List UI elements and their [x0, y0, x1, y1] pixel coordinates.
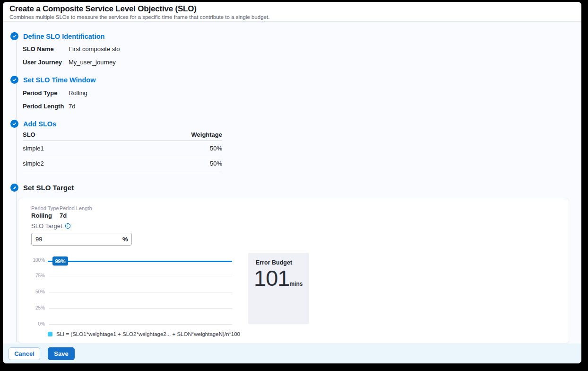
period-type-value: Rolling — [69, 89, 87, 97]
info-icon[interactable] — [65, 223, 71, 229]
step-title: Define SLO Identification — [23, 33, 104, 40]
slo-target-field-label: SLO Target — [31, 222, 71, 230]
ytick-75: 75% — [25, 273, 45, 278]
check-icon — [10, 76, 18, 84]
check-icon — [10, 32, 18, 40]
check-icon — [10, 120, 18, 128]
sli-legend: SLI = (SLO1*weightage1 + SLO2*weightage2… — [48, 331, 240, 337]
error-budget-value: 101mins — [254, 265, 303, 291]
step-title: Set SLO Time Window — [23, 76, 95, 84]
period-length-label: Period Length — [23, 103, 64, 110]
error-budget-card: Error Budget 101mins — [248, 253, 309, 324]
page-title: Create a Composite Service Level Objecti… — [9, 4, 197, 14]
slo-target-line — [48, 261, 232, 262]
table-row: simple2 50% — [23, 156, 222, 171]
gridline-50 — [49, 292, 232, 292]
slo-name-value: First composite slo — [69, 45, 120, 53]
save-button[interactable]: Save — [48, 347, 75, 360]
slo-cell: simple2 — [23, 160, 44, 167]
step-set-slo-time-window[interactable]: Set SLO Time Window — [10, 76, 95, 84]
slo-target-panel: Period Type Period Length Rolling 7d SLO… — [18, 198, 569, 344]
panel-period-length-label: Period Length — [60, 205, 92, 211]
page-subtitle: Combines multiple SLOs to measure the se… — [9, 14, 269, 20]
cancel-button[interactable]: Cancel — [9, 347, 40, 360]
slo-cell: simple1 — [23, 145, 44, 152]
table-header-slo: SLO — [23, 131, 35, 138]
weightage-cell: 50% — [210, 160, 222, 167]
edit-icon — [10, 184, 18, 192]
ytick-0: 0% — [25, 321, 45, 327]
slo-name-label: SLO Name — [23, 45, 54, 53]
step-add-slos[interactable]: Add SLOs — [10, 120, 56, 128]
sli-legend-text: SLI = (SLO1*weightage1 + SLO2*weightage2… — [56, 331, 240, 337]
table-header-row: SLO Weightage — [23, 129, 222, 141]
ytick-50: 50% — [25, 289, 45, 294]
panel-period-type-label: Period Type — [31, 205, 59, 211]
slo-target-input-wrap: % — [31, 233, 132, 246]
step-title: Add SLOs — [23, 120, 56, 128]
gridline-75 — [49, 276, 232, 276]
create-composite-slo-page: Create a Composite Service Level Objecti… — [3, 2, 581, 363]
table-row: simple1 50% — [23, 141, 222, 156]
step-set-slo-target[interactable]: Set SLO Target — [10, 184, 74, 192]
gridline-0 — [49, 324, 232, 325]
gridline-25 — [49, 308, 232, 309]
table-header-weightage: Weightage — [191, 131, 223, 138]
panel-period-length-value: 7d — [60, 212, 67, 219]
slo-target-input[interactable] — [32, 236, 122, 243]
page-header: Create a Composite Service Level Objecti… — [3, 2, 581, 22]
error-budget-unit: mins — [289, 281, 303, 287]
slider-value-label: 99% — [55, 258, 65, 264]
step-define-slo-identification[interactable]: Define SLO Identification — [10, 32, 104, 40]
footer-bar: Cancel Save — [3, 344, 581, 363]
error-budget-number: 101 — [254, 265, 289, 291]
ytick-25: 25% — [25, 305, 45, 310]
period-length-value: 7d — [69, 103, 75, 110]
period-type-label: Period Type — [23, 89, 57, 97]
sli-legend-swatch-icon — [48, 332, 52, 336]
slo-target-label-text: SLO Target — [31, 222, 62, 230]
gridline-100 — [49, 260, 232, 260]
user-journey-label: User Journey — [23, 59, 62, 66]
slo-weightage-table: SLO Weightage simple1 50% simple2 50% — [23, 129, 222, 171]
panel-period-type-value: Rolling — [31, 212, 52, 219]
percent-suffix: % — [122, 236, 133, 243]
slo-target-slider-handle[interactable]: 99% — [52, 256, 68, 265]
user-journey-value: My_user_journey — [69, 59, 116, 66]
ytick-100: 100% — [25, 257, 45, 263]
step-title: Set SLO Target — [23, 184, 74, 192]
weightage-cell: 50% — [210, 145, 222, 152]
